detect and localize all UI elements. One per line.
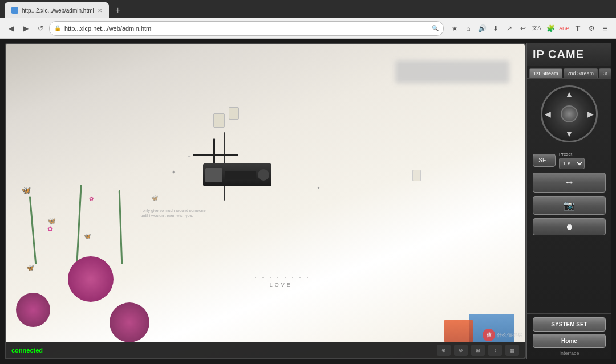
stream-tab-1[interactable]: 1st Stream [529, 68, 562, 78]
grid-icon[interactable]: ▦ [505, 345, 519, 356]
refresh-button[interactable]: ↺ [34, 22, 47, 35]
new-tab-button[interactable]: + [111, 3, 125, 17]
ptz-up-arrow[interactable]: ▲ [565, 89, 573, 99]
forward-button[interactable]: ▶ [19, 22, 32, 35]
watermark-logo: 值 [483, 329, 495, 341]
pan-icon[interactable]: ↕ [488, 345, 502, 356]
ptz-right-arrow[interactable]: ▶ [587, 109, 594, 118]
dandelion-2 [68, 256, 114, 302]
cable-horizontal [193, 154, 238, 156]
tab-title: http...2.xic.../web/admin.html [22, 7, 94, 14]
projector [203, 163, 271, 186]
heart-decoration: · · · · · · · · · · LOVE · · · · · · · ·… [255, 274, 311, 296]
adblock-icon[interactable]: ABP [558, 22, 570, 35]
volume-icon[interactable]: 🔊 [476, 22, 488, 35]
panel-title: IP CAME [533, 48, 606, 61]
zoom-out-icon[interactable]: ⊖ [454, 345, 468, 356]
wall-switch [412, 170, 421, 181]
butterfly-4: 🦋 [26, 264, 34, 272]
dandelion-3 [110, 302, 149, 342]
preset-select[interactable]: 1 ▾ 2 3 [559, 158, 585, 169]
butterfly-1: 🦋 [21, 186, 31, 195]
camera-control-panel: IP CAME 1st Stream 2nd Stream 3r ▲ ▼ ◀ ▶… [526, 43, 611, 359]
share-icon[interactable]: ↗ [503, 22, 516, 35]
translate-icon[interactable]: 文A [530, 22, 543, 35]
lock-icon: 🔒 [54, 25, 61, 31]
connection-status: connected [11, 347, 43, 354]
power-outlet-2 [229, 107, 239, 120]
preset-label: Preset [559, 152, 585, 157]
panel-header: IP CAME [527, 43, 611, 66]
butterfly-2: 🦋 [47, 217, 56, 225]
interface-label: Interface [533, 350, 606, 356]
record-button[interactable]: ⏺ [533, 218, 606, 235]
browser-chrome: http...2.xic.../web/admin.html ✕ + ◀ ▶ ↺… [0, 0, 616, 39]
undo-icon[interactable]: ↩ [517, 22, 529, 35]
flip-button[interactable]: ↔ [533, 173, 606, 193]
camera-status-bar: connected ⊕ ⊖ ⊞ ↕ ▦ [6, 342, 525, 358]
wall-text: i only give so much around someone, unti… [141, 208, 207, 219]
search-icon: 🔍 [432, 25, 439, 31]
bottom-actions: SYSTEM SET Home Interface [527, 313, 611, 359]
book-item-2 [444, 320, 473, 342]
dandelion-1 [16, 293, 50, 327]
browser-tab[interactable]: http...2.xic.../web/admin.html ✕ [5, 2, 109, 18]
ptz-down-arrow[interactable]: ▼ [565, 129, 573, 138]
tab-favicon [11, 7, 18, 14]
small-flower-2: ✿ [89, 195, 94, 202]
small-flower-1: ✿ [47, 225, 53, 233]
room-wall [6, 44, 525, 358]
menu-icon[interactable]: T [572, 22, 584, 35]
stream-tabs[interactable]: 1st Stream 2nd Stream 3r [527, 66, 611, 79]
ptz-center-button[interactable] [561, 105, 578, 122]
address-text: http...xicp.net.../web/admin.html [64, 25, 428, 32]
room-scene: ✿ ✿ 🦋 🦋 🦋 🦋 🦋 ✦ ✦ ✦ · · · · · · · · · · … [6, 44, 525, 358]
system-set-button[interactable]: SYSTEM SET [533, 317, 606, 332]
camera-icon: 📷 [564, 200, 575, 211]
video-watermark [395, 60, 509, 83]
download-icon[interactable]: ⬇ [489, 22, 502, 35]
ptz-left-arrow[interactable]: ◀ [545, 109, 551, 118]
zoom-in-icon[interactable]: ⊕ [437, 345, 451, 356]
set-button[interactable]: SET [533, 154, 556, 167]
record-icon: ⏺ [565, 222, 573, 231]
stream-tab-3[interactable]: 3r [599, 68, 611, 78]
preset-row: SET Preset 1 ▾ 2 3 [533, 152, 606, 169]
ptz-control[interactable]: ▲ ▼ ◀ ▶ [527, 79, 611, 149]
address-bar[interactable]: 🔒 http...xicp.net.../web/admin.html 🔍 [49, 21, 444, 36]
snapshot-button[interactable]: 📷 [533, 196, 606, 215]
tab-close-btn[interactable]: ✕ [98, 7, 102, 14]
butterfly-5: 🦋 [151, 195, 158, 201]
bookmark-icon[interactable]: ★ [448, 22, 461, 35]
watermark-text: 什么值得买 [497, 332, 522, 338]
main-content: ✿ ✿ 🦋 🦋 🦋 🦋 🦋 ✦ ✦ ✦ · · · · · · · · · · … [0, 39, 616, 364]
home-btn-label: Home [561, 338, 577, 344]
control-section: SET Preset 1 ▾ 2 3 ↔ 📷 [527, 149, 611, 238]
camera-feed: ✿ ✿ 🦋 🦋 🦋 🦋 🦋 ✦ ✦ ✦ · · · · · · · · · · … [5, 43, 526, 359]
power-outlet [213, 113, 225, 128]
camera-control-icons[interactable]: ⊕ ⊖ ⊞ ↕ ▦ [437, 345, 519, 356]
settings-icon[interactable]: ⚙ [585, 22, 598, 35]
toolbar-icons: ★ ⌂ 🔊 ⬇ ↗ ↩ 文A 🧩 ABP T ⚙ ≡ [448, 22, 611, 35]
stream-tab-2[interactable]: 2nd Stream [564, 68, 598, 78]
fullscreen-icon[interactable]: ⊞ [471, 345, 485, 356]
back-button[interactable]: ◀ [5, 22, 17, 35]
nav-bar: ◀ ▶ ↺ 🔒 http...xicp.net.../web/admin.htm… [0, 18, 616, 39]
home-interface-button[interactable]: Home [533, 334, 606, 348]
tab-bar: http...2.xic.../web/admin.html ✕ + [0, 0, 616, 18]
extensions-icon[interactable]: 🧩 [544, 22, 557, 35]
ptz-joystick[interactable]: ▲ ▼ ◀ ▶ [541, 85, 598, 142]
overflow-menu[interactable]: ≡ [599, 22, 611, 35]
butterfly-3: 🦋 [84, 233, 91, 239]
home-icon[interactable]: ⌂ [462, 22, 475, 35]
page-watermark: 值 什么值得买 [483, 329, 522, 341]
